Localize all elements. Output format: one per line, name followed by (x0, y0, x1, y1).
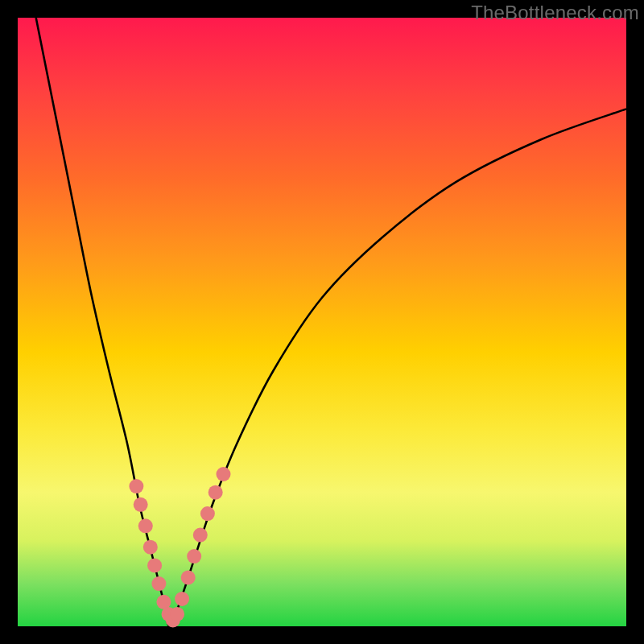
sample-marker (187, 549, 201, 564)
sample-marker (193, 528, 208, 543)
bottleneck-curve-svg (18, 18, 626, 626)
plot-area (18, 18, 626, 626)
sample-marker (151, 576, 166, 591)
sample-marker (175, 592, 189, 606)
sample-marker (170, 607, 184, 621)
sample-markers-group (129, 467, 230, 627)
watermark-text: TheBottleneck.com (471, 2, 639, 24)
sample-marker (143, 540, 158, 555)
sample-marker (134, 497, 148, 512)
chart-frame: TheBottleneck.com (0, 0, 644, 644)
sample-marker (217, 467, 231, 481)
sample-marker (181, 571, 196, 585)
sample-marker (147, 558, 162, 572)
sample-marker (200, 506, 215, 521)
bottleneck-curve (36, 18, 626, 626)
sample-marker (208, 485, 223, 500)
sample-marker (138, 518, 153, 533)
sample-marker (129, 479, 143, 493)
